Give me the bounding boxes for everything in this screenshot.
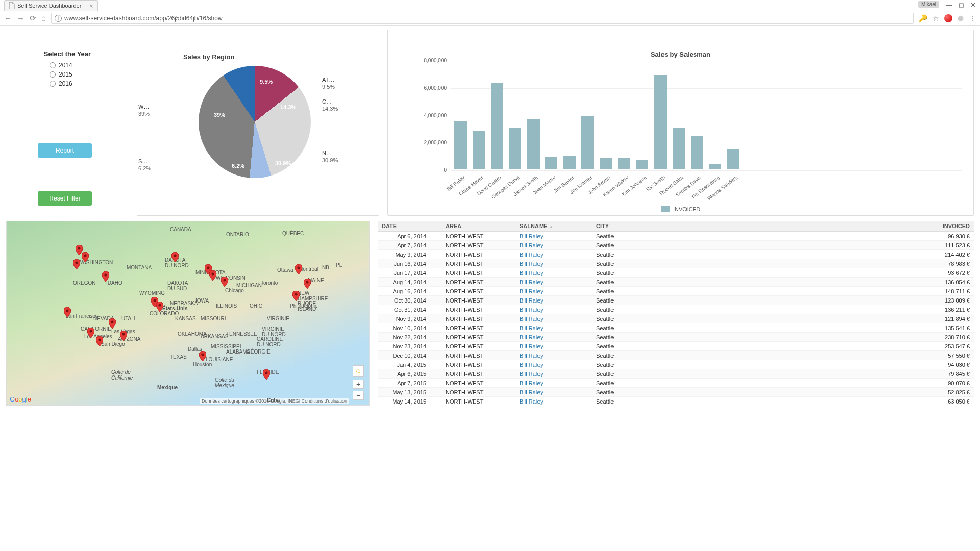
salesman-link[interactable]: Bill Raley (520, 252, 543, 258)
salesman-link[interactable]: Bill Raley (520, 316, 543, 322)
table-row[interactable]: Apr 6, 2015 NORTH-WEST Bill Raley Seattl… (378, 369, 974, 379)
salesman-link[interactable]: Bill Raley (520, 288, 543, 294)
tab-close-icon[interactable]: × (89, 2, 93, 10)
bar[interactable] (618, 158, 630, 169)
bar[interactable] (727, 149, 739, 169)
map-pin-icon[interactable] (64, 307, 71, 317)
salesman-link[interactable]: Bill Raley (520, 233, 543, 239)
salesman-link[interactable]: Bill Raley (520, 261, 543, 267)
col-date[interactable]: DATE (378, 221, 442, 232)
opera-icon[interactable] (944, 14, 952, 22)
table-row[interactable]: May 14, 2015 NORTH-WEST Bill Raley Seatt… (378, 397, 974, 406)
table-row[interactable]: Oct 30, 2014 NORTH-WEST Bill Raley Seatt… (378, 296, 974, 305)
table-row[interactable]: Apr 6, 2014 NORTH-WEST Bill Raley Seattl… (378, 232, 974, 241)
salesman-link[interactable]: Bill Raley (520, 270, 543, 276)
table-row[interactable]: Apr 7, 2014 NORTH-WEST Bill Raley Seattl… (378, 241, 974, 250)
map-pin-icon[interactable] (263, 369, 270, 380)
nav-forward-icon[interactable]: → (17, 14, 24, 22)
bar-plot[interactable] (451, 61, 962, 169)
salesman-link[interactable]: Bill Raley (520, 279, 543, 285)
col-city[interactable]: CITY (592, 221, 923, 232)
menu-icon[interactable]: ⋮ (969, 14, 976, 22)
bar[interactable] (509, 128, 521, 169)
map-pin-icon[interactable] (102, 271, 109, 282)
salesman-link[interactable]: Bill Raley (520, 242, 543, 248)
pie-plot[interactable]: 9.5%14.3%30.9%6.2%39% (199, 66, 311, 178)
salesman-link[interactable]: Bill Raley (520, 389, 543, 395)
map-pin-icon[interactable] (109, 318, 116, 329)
nav-reload-icon[interactable]: ⟳ (30, 14, 36, 23)
nav-home-icon[interactable]: ⌂ (41, 14, 46, 22)
salesman-link[interactable]: Bill Raley (520, 371, 543, 377)
map-pin-icon[interactable] (221, 277, 228, 287)
salesman-link[interactable]: Bill Raley (520, 398, 543, 405)
table-row[interactable]: Nov 10, 2014 NORTH-WEST Bill Raley Seatt… (378, 323, 974, 333)
salesman-link[interactable]: Bill Raley (520, 307, 543, 313)
bar[interactable] (673, 128, 685, 169)
window-minimize-icon[interactable]: — (946, 1, 952, 9)
salesman-link[interactable]: Bill Raley (520, 325, 543, 331)
map-pin-icon[interactable] (87, 328, 94, 338)
map-pin-icon[interactable] (82, 252, 89, 262)
table-row[interactable]: Nov 22, 2014 NORTH-WEST Bill Raley Seatt… (378, 333, 974, 342)
key-icon[interactable]: 🔑 (919, 14, 927, 22)
salesman-link[interactable]: Bill Raley (520, 297, 543, 304)
table-row[interactable]: May 13, 2015 NORTH-WEST Bill Raley Seatt… (378, 388, 974, 397)
table-row[interactable]: Aug 14, 2014 NORTH-WEST Bill Raley Seatt… (378, 278, 974, 287)
bar[interactable] (545, 157, 557, 169)
map-pin-icon[interactable] (73, 259, 80, 269)
extension-icon[interactable]: ⬢ (958, 14, 964, 22)
table-row[interactable]: Nov 9, 2014 NORTH-WEST Bill Raley Seattl… (378, 314, 974, 323)
year-radio[interactable] (50, 81, 56, 87)
table-row[interactable]: Apr 7, 2015 NORTH-WEST Bill Raley Seattl… (378, 379, 974, 388)
map-pin-icon[interactable] (292, 291, 300, 301)
bar[interactable] (581, 116, 594, 169)
table-row[interactable]: Nov 23, 2014 NORTH-WEST Bill Raley Seatt… (378, 342, 974, 351)
window-maximize-icon[interactable]: ◻ (959, 1, 964, 9)
map-zoom-in-icon[interactable]: + (353, 380, 364, 389)
salesman-link[interactable]: Bill Raley (520, 362, 543, 368)
sales-map[interactable]: ☺ + − Google Données cartographiques ©20… (6, 221, 370, 406)
site-info-icon[interactable]: i (55, 15, 62, 22)
user-badge[interactable]: Mikael (918, 1, 939, 8)
map-pin-icon[interactable] (295, 264, 302, 274)
report-button[interactable]: Report (38, 143, 92, 158)
salesman-link[interactable]: Bill Raley (520, 380, 543, 386)
col-salname[interactable]: SALNAME▲ (516, 221, 592, 232)
map-pin-icon[interactable] (209, 270, 216, 281)
bookmark-icon[interactable]: ☆ (933, 14, 939, 22)
col-invoiced[interactable]: INVOICED (923, 221, 974, 232)
map-pin-icon[interactable] (156, 302, 163, 312)
bar[interactable] (473, 131, 485, 169)
col-area[interactable]: AREA (442, 221, 516, 232)
streetview-pegman-icon[interactable]: ☺ (353, 365, 364, 377)
bar[interactable] (691, 136, 703, 169)
table-row[interactable]: May 9, 2014 NORTH-WEST Bill Raley Seattl… (378, 250, 974, 259)
browser-tab[interactable]: Self Service Dashboarder × (4, 0, 98, 11)
table-row[interactable]: Jan 4, 2015 NORTH-WEST Bill Raley Seattl… (378, 360, 974, 369)
bar[interactable] (564, 156, 576, 169)
bar[interactable] (709, 164, 721, 169)
bar[interactable] (636, 160, 648, 169)
year-radio[interactable] (50, 71, 56, 78)
table-row[interactable]: Oct 31, 2014 NORTH-WEST Bill Raley Seatt… (378, 305, 974, 314)
bar[interactable] (600, 158, 612, 169)
map-pin-icon[interactable] (172, 252, 179, 262)
bar[interactable] (491, 83, 503, 169)
table-row[interactable]: Jun 17, 2014 NORTH-WEST Bill Raley Seatt… (378, 268, 974, 278)
address-bar[interactable]: i www.self-service-dashboard.com/app/26j… (51, 13, 914, 24)
year-radio[interactable] (50, 62, 56, 68)
table-row[interactable]: Aug 16, 2014 NORTH-WEST Bill Raley Seatt… (378, 287, 974, 296)
map-pin-icon[interactable] (120, 331, 127, 341)
map-pin-icon[interactable] (199, 351, 206, 361)
map-zoom-out-icon[interactable]: − (353, 391, 364, 400)
window-close-icon[interactable]: ✕ (970, 1, 976, 9)
nav-back-icon[interactable]: ← (4, 14, 12, 22)
map-pin-icon[interactable] (304, 279, 311, 289)
salesman-link[interactable]: Bill Raley (520, 353, 543, 359)
map-pin-icon[interactable] (96, 336, 103, 346)
bar[interactable] (527, 119, 540, 169)
reset-filter-button[interactable]: Reset Filter (38, 191, 92, 206)
table-row[interactable]: Dec 10, 2014 NORTH-WEST Bill Raley Seatt… (378, 351, 974, 360)
salesman-link[interactable]: Bill Raley (520, 334, 543, 340)
